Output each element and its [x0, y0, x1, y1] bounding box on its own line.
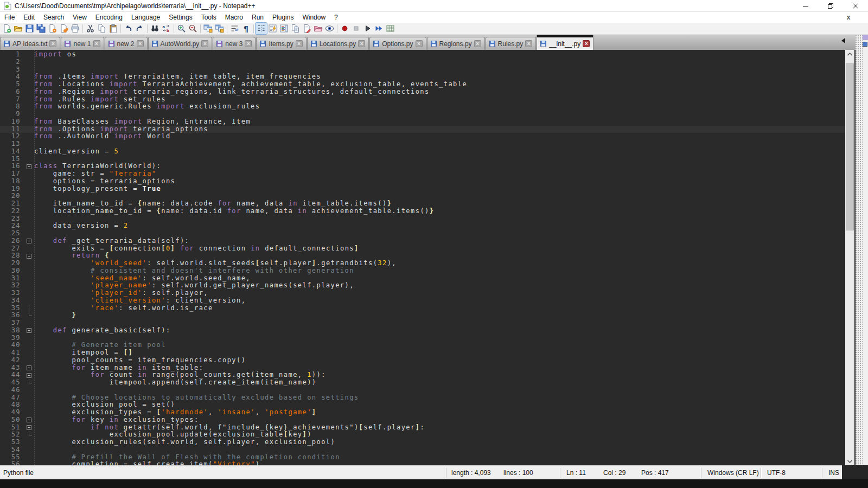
macro-record-icon[interactable]	[339, 23, 350, 34]
code-line[interactable]: 21 item_name_to_id = {name: data.code fo…	[0, 200, 845, 208]
tab-new-2[interactable]: new 2×	[105, 37, 148, 50]
code-line[interactable]: 1import os	[0, 51, 845, 59]
open-file-icon[interactable]	[12, 23, 24, 34]
fold-collapse-icon[interactable]	[25, 424, 34, 432]
code-line[interactable]: 56 completion = self.create_item("Victor…	[0, 461, 845, 465]
code-line[interactable]: 50 for key in exclusion_types:	[0, 416, 845, 424]
menu-encoding[interactable]: Encoding	[91, 12, 127, 23]
tab-close-icon[interactable]: ×	[416, 40, 423, 47]
cut-icon[interactable]	[85, 23, 96, 34]
code-line[interactable]: 34 'client_version': client_version,	[0, 297, 845, 305]
code-line[interactable]: 3	[0, 66, 845, 74]
code-line[interactable]: 44 for count in range(pool_counts.get(it…	[0, 371, 845, 379]
function-list-icon[interactable]	[267, 23, 278, 34]
code-line[interactable]: 20	[0, 192, 845, 200]
menu-edit[interactable]: Edit	[19, 12, 39, 23]
monitoring-icon[interactable]	[324, 23, 335, 34]
code-line[interactable]: 11from .Options import terraria_options	[0, 126, 845, 133]
tab-options-py[interactable]: Options.py×	[369, 37, 426, 50]
menu-run[interactable]: Run	[247, 12, 268, 23]
code-line[interactable]: 29 'world_seed': self.world.slot_seeds[s…	[0, 260, 845, 267]
tab-scroll-left-icon[interactable]	[841, 38, 845, 43]
code-line[interactable]: 13	[0, 140, 845, 148]
tab-locations-py[interactable]: Locations.py×	[307, 37, 369, 50]
minimize-button[interactable]	[793, 0, 818, 12]
vertical-scrollbar[interactable]	[845, 50, 854, 465]
sync-horizontal-icon[interactable]	[214, 23, 225, 34]
code-line[interactable]: 23	[0, 215, 845, 223]
menu-plugins[interactable]: Plugins	[268, 12, 298, 23]
code-line[interactable]: 55 # Prefill the Wall of Flesh with the …	[0, 454, 845, 461]
close-all-icon[interactable]	[58, 23, 69, 34]
fold-collapse-icon[interactable]	[25, 237, 34, 245]
code-line[interactable]: 38 def generate_basic(self):	[0, 327, 845, 335]
code-line[interactable]: 32 'player_name': self.world.get_player_…	[0, 282, 845, 290]
tab-regions-py[interactable]: Regions.py×	[427, 37, 485, 50]
code-line[interactable]: 6from .Regions import terraria_regions, …	[0, 88, 845, 96]
close-icon[interactable]	[47, 23, 58, 34]
macro-stop-icon[interactable]	[350, 23, 362, 34]
copy-icon[interactable]	[96, 23, 107, 34]
menu-search[interactable]: Search	[39, 12, 68, 23]
scroll-up-icon[interactable]	[845, 50, 854, 58]
code-line[interactable]: 16class TerrariaWorld(World):	[0, 163, 845, 170]
tab-close-icon[interactable]: ×	[93, 40, 100, 47]
replace-icon[interactable]: ab	[161, 23, 172, 34]
code-line[interactable]: 26 def _get_terraria_data(self):	[0, 237, 845, 245]
code-line[interactable]: 52 exclusion_pool.update(exclusion_table…	[0, 431, 845, 439]
document-list-icon[interactable]	[290, 23, 301, 34]
code-line[interactable]: 15	[0, 156, 845, 163]
fold-collapse-icon[interactable]	[25, 252, 34, 260]
menu-view[interactable]: View	[68, 12, 91, 23]
menu-help[interactable]: ?	[330, 12, 342, 23]
fold-collapse-icon[interactable]	[25, 364, 34, 372]
code-line[interactable]: 33 'player_id': self.player,	[0, 290, 845, 297]
fold-collapse-icon[interactable]	[25, 327, 34, 335]
macro-run-multiple-icon[interactable]	[373, 23, 385, 34]
tab-new-1[interactable]: new 1×	[61, 37, 104, 50]
code-line[interactable]: 14client_version = 5	[0, 148, 845, 156]
menu-window[interactable]: Window	[298, 12, 330, 23]
code-line[interactable]: 25	[0, 230, 845, 237]
code-editor[interactable]: 1import os234from .Items import Terraria…	[0, 50, 845, 465]
new-file-icon[interactable]	[1, 23, 12, 34]
save-icon[interactable]	[24, 23, 35, 34]
document-map-icon[interactable]	[278, 23, 290, 34]
code-line[interactable]: 49 exclusion_types = ['hardmode', 'insan…	[0, 409, 845, 416]
code-line[interactable]: 10from BaseClasses import Region, Entran…	[0, 118, 845, 126]
menu-file[interactable]: File	[0, 12, 19, 23]
close-document-x[interactable]: x	[844, 13, 853, 22]
save-all-icon[interactable]	[35, 23, 47, 34]
scroll-down-icon[interactable]	[845, 457, 854, 465]
code-line[interactable]: 5from .Locations import TerrariaAchievem…	[0, 81, 845, 88]
print-icon[interactable]	[69, 23, 81, 34]
menu-settings[interactable]: Settings	[164, 12, 196, 23]
word-wrap-icon[interactable]	[229, 23, 240, 34]
tab-close-icon[interactable]: ×	[525, 40, 532, 47]
code-line[interactable]: 2	[0, 59, 845, 66]
show-all-characters-icon[interactable]: ¶	[240, 23, 252, 34]
fold-collapse-icon[interactable]	[25, 371, 34, 379]
code-line[interactable]: 43 for item_name in item_table:	[0, 364, 845, 372]
status-encoding[interactable]: UTF-8	[767, 469, 786, 477]
tab-ap-ideas-txt[interactable]: AP Ideas.txt×	[0, 37, 60, 50]
zoom-out-icon[interactable]	[187, 23, 199, 34]
tab-close-icon[interactable]: ×	[245, 40, 252, 47]
menu-macro[interactable]: Macro	[221, 12, 247, 23]
code-line[interactable]: 9	[0, 111, 845, 118]
fold-collapse-icon[interactable]	[25, 163, 34, 170]
redo-icon[interactable]	[134, 23, 145, 34]
code-line[interactable]: 4from .Items import TerrariaItem, item_t…	[0, 73, 845, 81]
code-line[interactable]: 54	[0, 446, 845, 454]
panel-splitter[interactable]	[856, 35, 863, 465]
code-line[interactable]: 42 pool_counts = item_frequencies.copy()	[0, 357, 845, 364]
code-line[interactable]: 22 location_name_to_id = {name: data.id …	[0, 208, 845, 215]
menu-language[interactable]: Language	[127, 12, 164, 23]
tab-close-icon[interactable]: ×	[296, 40, 303, 47]
tab-close-icon[interactable]: ×	[137, 40, 144, 47]
code-line[interactable]: 48 exclusion_pool = set()	[0, 401, 845, 409]
code-line[interactable]: 51 if not getattr(self.world, f"include_…	[0, 424, 845, 432]
indent-guide-icon[interactable]	[256, 23, 267, 34]
sync-vertical-icon[interactable]	[202, 23, 214, 34]
project-panel-icon[interactable]	[301, 23, 312, 34]
